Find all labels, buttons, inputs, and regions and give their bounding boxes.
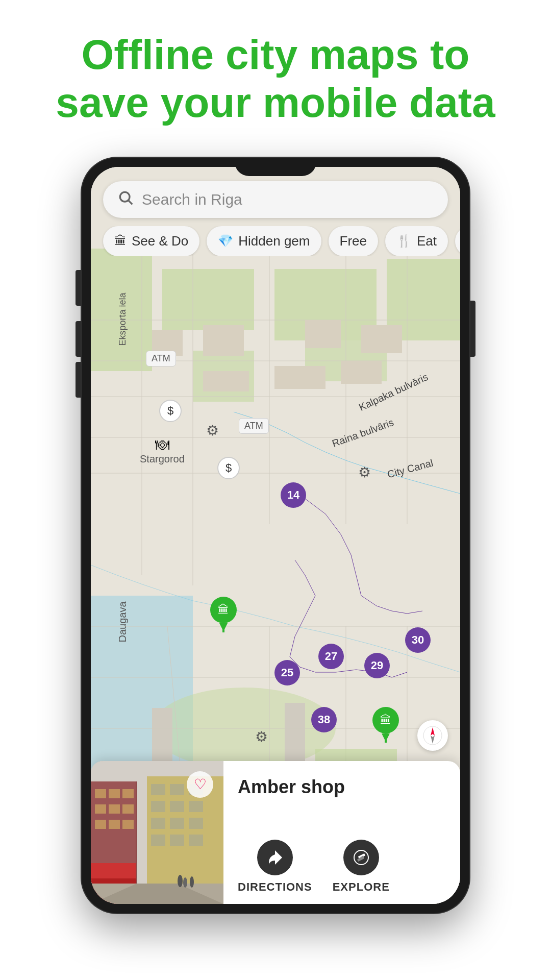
map-container[interactable]: Search in Riga 🏛 See & Do 💎 Hidden gem F… xyxy=(91,167,460,904)
compass[interactable] xyxy=(417,720,448,751)
heart-icon: ♡ xyxy=(194,776,207,793)
search-placeholder: Search in Riga xyxy=(142,191,242,208)
atm-marker-2: ATM xyxy=(239,418,269,434)
chip-hidden-gem[interactable]: 💎 Hidden gem xyxy=(207,226,321,256)
place-card[interactable]: ♡ Amber shop xyxy=(91,761,460,904)
phone-frame: Search in Riga 🏛 See & Do 💎 Hidden gem F… xyxy=(82,158,469,913)
svg-rect-2 xyxy=(162,269,254,330)
svg-rect-70 xyxy=(189,801,203,812)
green-pin-1: 🏛 xyxy=(208,596,239,634)
num-badge-29: 29 xyxy=(364,653,390,678)
svg-rect-56 xyxy=(95,804,106,814)
svg-point-80 xyxy=(183,877,187,888)
svg-rect-58 xyxy=(122,804,134,814)
phone-screen: Search in Riga 🏛 See & Do 💎 Hidden gem F… xyxy=(91,167,460,904)
svg-rect-57 xyxy=(109,804,120,814)
svg-line-40 xyxy=(129,201,132,204)
svg-rect-35 xyxy=(361,325,402,353)
num-badge-38: 38 xyxy=(311,707,337,732)
search-bar[interactable]: Search in Riga xyxy=(103,181,448,218)
hero-title-line1: Offline city maps to xyxy=(82,31,470,78)
svg-rect-61 xyxy=(122,820,134,829)
svg-rect-34 xyxy=(305,320,341,348)
chip-see-do-label: See & Do xyxy=(132,233,188,249)
hero-title: Offline city maps to save your mobile da… xyxy=(0,0,551,148)
card-actions: DIRECTIONS xyxy=(238,831,446,894)
restaurant-marker: 🍽 Stargorod xyxy=(140,436,185,465)
svg-rect-62 xyxy=(91,863,136,878)
num-badge-30: 30 xyxy=(405,627,431,653)
chip-hidden-gem-label: Hidden gem xyxy=(238,233,310,249)
svg-marker-46 xyxy=(382,733,390,742)
svg-text:🏛: 🏛 xyxy=(380,714,391,726)
hidden-gem-icon: 💎 xyxy=(218,234,233,248)
svg-text:🏛: 🏛 xyxy=(218,603,229,616)
explore-button[interactable]: EXPLORE xyxy=(333,840,390,894)
dollar-marker-2: $ xyxy=(217,457,240,479)
svg-rect-33 xyxy=(203,325,244,356)
eat-icon: 🍴 xyxy=(396,234,412,248)
svg-rect-69 xyxy=(170,801,184,812)
chip-eat[interactable]: 🍴 Eat xyxy=(385,226,448,256)
green-pin-2: 🏛 xyxy=(370,706,401,745)
phone-mockup: Search in Riga 🏛 See & Do 💎 Hidden gem F… xyxy=(0,148,551,944)
svg-rect-66 xyxy=(170,784,184,795)
chip-free[interactable]: Free xyxy=(329,226,378,256)
map-label-daugava: Daugava xyxy=(117,601,129,642)
svg-rect-36 xyxy=(203,371,249,391)
filter-chips-row: 🏛 See & Do 💎 Hidden gem Free 🍴 Eat xyxy=(91,226,460,256)
svg-rect-74 xyxy=(151,835,165,846)
card-content: Amber shop DIRECTIONS xyxy=(223,761,460,904)
svg-rect-59 xyxy=(95,820,106,829)
svg-point-39 xyxy=(120,192,130,202)
card-title: Amber shop xyxy=(238,776,446,798)
chip-eat-label: Eat xyxy=(417,233,437,249)
svg-point-81 xyxy=(190,876,194,888)
favorite-button[interactable]: ♡ xyxy=(187,771,213,798)
svg-rect-76 xyxy=(189,835,203,846)
svg-rect-73 xyxy=(189,818,203,829)
directions-icon xyxy=(257,840,293,875)
svg-rect-75 xyxy=(170,835,184,846)
directions-button[interactable]: DIRECTIONS xyxy=(238,840,312,894)
hero-title-line2: save your mobile data xyxy=(56,79,495,126)
num-badge-14: 14 xyxy=(281,482,306,508)
num-badge-25: 25 xyxy=(274,660,300,685)
explore-icon xyxy=(343,840,379,875)
map-label-eksporta: Eksporta iela xyxy=(117,292,128,346)
svg-rect-60 xyxy=(109,820,120,829)
chip-shop[interactable]: 🛍 Sh xyxy=(455,226,460,256)
svg-rect-71 xyxy=(151,818,165,829)
phone-notch xyxy=(235,158,316,176)
svg-rect-55 xyxy=(122,789,134,798)
people-marker-1: ⚙ xyxy=(206,422,219,439)
svg-rect-65 xyxy=(151,784,165,795)
directions-label: DIRECTIONS xyxy=(238,880,312,894)
svg-rect-68 xyxy=(151,801,165,812)
svg-rect-53 xyxy=(95,789,106,798)
svg-point-79 xyxy=(178,875,183,887)
chip-free-label: Free xyxy=(340,233,367,249)
people-marker-3: ⚙ xyxy=(255,728,268,745)
svg-marker-43 xyxy=(219,623,228,631)
search-icon xyxy=(117,189,134,210)
svg-rect-37 xyxy=(274,366,325,389)
svg-rect-72 xyxy=(170,818,184,829)
card-image: ♡ xyxy=(91,761,223,904)
chip-see-do[interactable]: 🏛 See & Do xyxy=(103,226,199,256)
num-badge-27: 27 xyxy=(318,644,344,669)
explore-label: EXPLORE xyxy=(333,880,390,894)
see-do-icon: 🏛 xyxy=(114,234,127,248)
svg-rect-38 xyxy=(341,361,382,384)
dollar-marker-1: $ xyxy=(159,400,182,422)
atm-marker-1: ATM xyxy=(146,351,176,366)
svg-rect-54 xyxy=(109,789,120,798)
people-marker-2: ⚙ xyxy=(358,464,371,481)
